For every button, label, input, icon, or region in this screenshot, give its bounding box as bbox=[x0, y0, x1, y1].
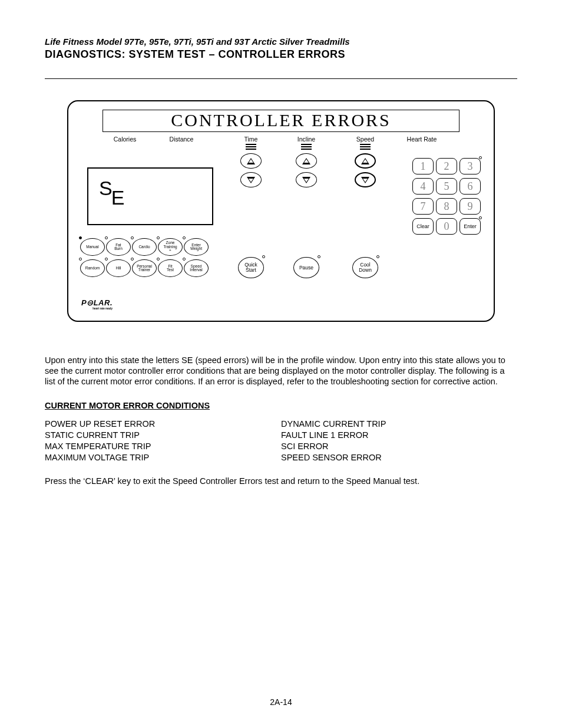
key-4[interactable]: 4 bbox=[412, 178, 434, 195]
speed-up-button[interactable] bbox=[355, 153, 376, 169]
incline-column bbox=[295, 144, 318, 191]
key-3[interactable]: 3 bbox=[459, 158, 481, 174]
key-7[interactable]: 7 bbox=[412, 198, 434, 215]
time-up-button[interactable] bbox=[240, 153, 262, 169]
incline-bars-icon bbox=[301, 144, 312, 150]
error-item: DYNAMIC CURRENT TRIP bbox=[281, 419, 517, 430]
prog-label: SpeedInterval bbox=[190, 265, 202, 272]
error-item: FAULT LINE 1 ERROR bbox=[281, 430, 517, 441]
label-distance: Distance bbox=[163, 136, 200, 143]
cool-down-button[interactable]: CoolDown bbox=[352, 257, 378, 278]
prog-enterweight[interactable]: EnterWeight bbox=[184, 238, 209, 256]
error-column-right: DYNAMIC CURRENT TRIP FAULT LINE 1 ERROR … bbox=[281, 419, 517, 463]
console-panel: CONTROLLER ERRORS Calories Distance Time… bbox=[67, 100, 495, 322]
prog-personal[interactable]: PersonalTrainer bbox=[132, 259, 157, 277]
page-number: 2A-14 bbox=[0, 697, 562, 707]
key-enter-label: Enter bbox=[464, 223, 477, 229]
key-1[interactable]: 1 bbox=[412, 158, 434, 174]
time-down-button[interactable] bbox=[240, 172, 262, 187]
speed-down-button[interactable] bbox=[355, 172, 376, 187]
prog-fittest[interactable]: FitTest bbox=[158, 259, 183, 277]
prog-label: Random bbox=[85, 266, 100, 271]
error-item: SPEED SENSOR ERROR bbox=[281, 452, 517, 463]
error-item: MAXIMUM VOLTAGE TRIP bbox=[45, 452, 281, 463]
prog-random[interactable]: Random bbox=[80, 259, 105, 277]
arrow-up-icon bbox=[361, 158, 369, 164]
prog-label: PersonalTrainer bbox=[137, 265, 152, 272]
body-paragraph: Upon entry into this state the letters S… bbox=[45, 355, 517, 387]
error-item: MAX TEMPERATURE TRIP bbox=[45, 441, 281, 452]
label-incline: Incline bbox=[287, 136, 325, 143]
quick-start-button[interactable]: QuickStart bbox=[238, 257, 264, 278]
prog-speedint[interactable]: SpeedInterval bbox=[184, 259, 209, 277]
error-column-left: POWER UP RESET ERROR STATIC CURRENT TRIP… bbox=[45, 419, 281, 463]
incline-up-button[interactable] bbox=[296, 153, 317, 169]
label-heartrate: Heart Rate bbox=[403, 136, 441, 143]
key-6[interactable]: 6 bbox=[459, 178, 481, 195]
arrow-down-icon bbox=[361, 177, 369, 183]
time-column bbox=[239, 144, 263, 191]
speed-column bbox=[353, 144, 377, 191]
profile-window: SE bbox=[87, 167, 213, 225]
program-buttons: Manual FatBurn Cardio ZoneTraining+ Ente… bbox=[80, 238, 209, 281]
prog-label: FatBurn bbox=[114, 243, 123, 251]
key-clear[interactable]: Clear bbox=[412, 218, 434, 235]
label-speed: Speed bbox=[346, 136, 384, 143]
key-enter[interactable]: Enter bbox=[459, 218, 481, 235]
prog-label: EnterWeight bbox=[190, 243, 202, 251]
header-subtitle: Life Fitness Model 97Te, 95Te, 97Ti, 95T… bbox=[45, 37, 517, 47]
header-title: DIAGNOSTICS: SYSTEM TEST – CONTROLLER ER… bbox=[45, 48, 517, 61]
prog-label: ZoneTraining+ bbox=[163, 241, 177, 253]
polar-logo: P⊝LAR. heart rate ready bbox=[81, 298, 113, 310]
prog-fatburn[interactable]: FatBurn bbox=[106, 238, 131, 256]
section-heading: CURRENT MOTOR ERROR CONDITIONS bbox=[45, 401, 517, 410]
incline-down-button[interactable] bbox=[296, 172, 317, 187]
footer-paragraph: Press the ‘CLEAR’ key to exit the Speed … bbox=[45, 476, 517, 486]
polar-text: P⊝LAR bbox=[81, 298, 110, 307]
speed-bars-icon bbox=[360, 144, 371, 150]
panel-title: CONTROLLER ERRORS bbox=[103, 110, 459, 132]
arrow-down-icon bbox=[247, 177, 255, 183]
key-3-label: 3 bbox=[468, 160, 473, 173]
key-2[interactable]: 2 bbox=[436, 158, 457, 174]
profile-letter-s: S bbox=[99, 177, 111, 200]
numeric-keypad: 1 2 3 4 5 6 7 8 9 Clear 0 Enter bbox=[412, 158, 481, 235]
prog-zone[interactable]: ZoneTraining+ bbox=[158, 238, 183, 256]
arrow-up-icon bbox=[302, 158, 310, 164]
time-bars-icon bbox=[246, 144, 256, 150]
error-item: SCI ERROR bbox=[281, 441, 517, 452]
prog-label: FitTest bbox=[167, 265, 174, 272]
quick-start-label: QuickStart bbox=[244, 262, 257, 273]
prog-manual[interactable]: Manual bbox=[80, 238, 105, 256]
prog-label: Manual bbox=[86, 245, 98, 249]
profile-letter-e: E bbox=[111, 186, 124, 209]
key-8[interactable]: 8 bbox=[436, 198, 457, 215]
key-9[interactable]: 9 bbox=[459, 198, 481, 215]
cool-down-label: CoolDown bbox=[359, 262, 372, 273]
prog-cardio[interactable]: Cardio bbox=[132, 238, 157, 256]
key-5[interactable]: 5 bbox=[436, 178, 457, 195]
error-item: POWER UP RESET ERROR bbox=[45, 419, 281, 430]
label-time: Time bbox=[232, 136, 270, 143]
key-nub-icon bbox=[479, 156, 482, 159]
polar-sub: heart rate ready bbox=[81, 307, 113, 310]
header-rule bbox=[45, 78, 517, 79]
error-item: STATIC CURRENT TRIP bbox=[45, 430, 281, 441]
pause-button[interactable]: Pause bbox=[293, 257, 319, 278]
arrow-down-icon bbox=[302, 177, 310, 183]
key-nub-icon bbox=[479, 216, 482, 219]
prog-hill[interactable]: Hill bbox=[106, 259, 131, 277]
prog-label: Hill bbox=[115, 266, 121, 271]
label-calories: Calories bbox=[106, 136, 144, 143]
key-0[interactable]: 0 bbox=[436, 218, 457, 235]
error-columns: POWER UP RESET ERROR STATIC CURRENT TRIP… bbox=[45, 419, 517, 463]
arrow-up-icon bbox=[247, 158, 255, 164]
pause-label: Pause bbox=[299, 265, 313, 271]
prog-label: Cardio bbox=[138, 245, 150, 249]
